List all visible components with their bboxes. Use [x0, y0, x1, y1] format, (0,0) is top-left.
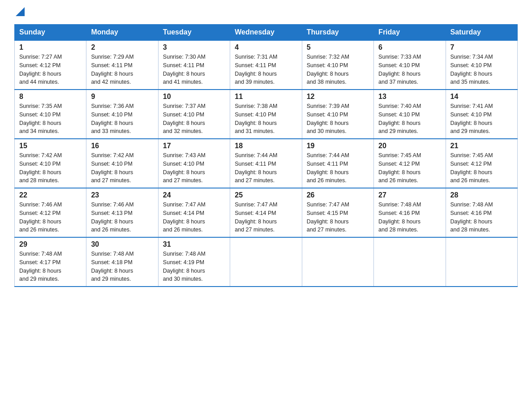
calendar-day-cell: 8Sunrise: 7:35 AMSunset: 4:10 PMDaylight… [15, 90, 86, 139]
logo [14, 11, 25, 16]
day-number: 6 [378, 43, 441, 51]
day-info: Sunrise: 7:36 AMSunset: 4:10 PMDaylight:… [91, 102, 153, 136]
weekday-header-monday: Monday [86, 25, 158, 41]
day-info: Sunrise: 7:48 AMSunset: 4:16 PMDaylight:… [450, 201, 513, 234]
calendar-day-cell [302, 237, 373, 287]
day-info: Sunrise: 7:47 AMSunset: 4:14 PMDaylight:… [235, 201, 297, 234]
day-number: 14 [450, 93, 513, 101]
calendar-day-cell: 29Sunrise: 7:48 AMSunset: 4:17 PMDayligh… [15, 237, 86, 287]
calendar-day-cell: 17Sunrise: 7:43 AMSunset: 4:10 PMDayligh… [158, 139, 230, 188]
calendar-week-row: 15Sunrise: 7:42 AMSunset: 4:10 PMDayligh… [15, 139, 518, 188]
calendar-day-cell: 12Sunrise: 7:39 AMSunset: 4:10 PMDayligh… [302, 90, 373, 139]
day-number: 27 [378, 191, 441, 199]
day-number: 1 [19, 43, 82, 51]
calendar-day-cell: 2Sunrise: 7:29 AMSunset: 4:11 PMDaylight… [86, 40, 158, 90]
calendar-day-cell: 7Sunrise: 7:34 AMSunset: 4:10 PMDaylight… [446, 40, 517, 90]
day-number: 28 [450, 191, 513, 199]
weekday-header-tuesday: Tuesday [158, 25, 230, 41]
calendar-day-cell: 27Sunrise: 7:48 AMSunset: 4:16 PMDayligh… [374, 188, 446, 237]
day-info: Sunrise: 7:35 AMSunset: 4:10 PMDaylight:… [19, 102, 82, 136]
day-number: 11 [235, 93, 297, 101]
day-number: 17 [163, 142, 225, 150]
calendar-day-cell: 13Sunrise: 7:40 AMSunset: 4:10 PMDayligh… [374, 90, 446, 139]
weekday-header-sunday: Sunday [15, 25, 86, 41]
calendar-week-row: 29Sunrise: 7:48 AMSunset: 4:17 PMDayligh… [15, 237, 518, 287]
day-info: Sunrise: 7:43 AMSunset: 4:10 PMDaylight:… [163, 151, 225, 185]
day-info: Sunrise: 7:46 AMSunset: 4:13 PMDaylight:… [91, 201, 153, 234]
calendar-day-cell [230, 237, 302, 287]
page-header [14, 11, 518, 16]
calendar-day-cell: 6Sunrise: 7:33 AMSunset: 4:10 PMDaylight… [374, 40, 446, 90]
day-number: 13 [378, 93, 441, 101]
day-info: Sunrise: 7:30 AMSunset: 4:11 PMDaylight:… [163, 53, 225, 86]
day-number: 30 [91, 240, 153, 248]
calendar-day-cell: 3Sunrise: 7:30 AMSunset: 4:11 PMDaylight… [158, 40, 230, 90]
calendar-day-cell: 30Sunrise: 7:48 AMSunset: 4:18 PMDayligh… [86, 237, 158, 287]
day-number: 12 [307, 93, 369, 101]
calendar-day-cell: 19Sunrise: 7:44 AMSunset: 4:11 PMDayligh… [302, 139, 373, 188]
calendar-day-cell: 24Sunrise: 7:47 AMSunset: 4:14 PMDayligh… [158, 188, 230, 237]
day-info: Sunrise: 7:27 AMSunset: 4:12 PMDaylight:… [19, 53, 82, 86]
calendar-day-cell: 18Sunrise: 7:44 AMSunset: 4:11 PMDayligh… [230, 139, 302, 188]
calendar-day-cell [446, 237, 517, 287]
calendar-table: SundayMondayTuesdayWednesdayThursdayFrid… [14, 24, 518, 287]
day-info: Sunrise: 7:41 AMSunset: 4:10 PMDaylight:… [450, 102, 513, 136]
logo-triangle-icon [16, 7, 25, 16]
weekday-header-row: SundayMondayTuesdayWednesdayThursdayFrid… [15, 25, 518, 41]
day-info: Sunrise: 7:48 AMSunset: 4:16 PMDaylight:… [378, 201, 441, 234]
day-info: Sunrise: 7:45 AMSunset: 4:12 PMDaylight:… [378, 151, 441, 185]
day-info: Sunrise: 7:47 AMSunset: 4:14 PMDaylight:… [163, 201, 225, 234]
day-info: Sunrise: 7:48 AMSunset: 4:19 PMDaylight:… [163, 250, 225, 283]
day-info: Sunrise: 7:42 AMSunset: 4:10 PMDaylight:… [19, 151, 82, 185]
calendar-day-cell: 5Sunrise: 7:32 AMSunset: 4:10 PMDaylight… [302, 40, 373, 90]
day-number: 10 [163, 93, 225, 101]
calendar-day-cell: 25Sunrise: 7:47 AMSunset: 4:14 PMDayligh… [230, 188, 302, 237]
calendar-day-cell: 20Sunrise: 7:45 AMSunset: 4:12 PMDayligh… [374, 139, 446, 188]
day-info: Sunrise: 7:40 AMSunset: 4:10 PMDaylight:… [378, 102, 441, 136]
calendar-day-cell: 14Sunrise: 7:41 AMSunset: 4:10 PMDayligh… [446, 90, 517, 139]
day-number: 4 [235, 43, 297, 51]
day-number: 26 [307, 191, 369, 199]
calendar-day-cell: 28Sunrise: 7:48 AMSunset: 4:16 PMDayligh… [446, 188, 517, 237]
day-info: Sunrise: 7:37 AMSunset: 4:10 PMDaylight:… [163, 102, 225, 136]
day-number: 24 [163, 191, 225, 199]
day-info: Sunrise: 7:38 AMSunset: 4:10 PMDaylight:… [235, 102, 297, 136]
day-info: Sunrise: 7:48 AMSunset: 4:18 PMDaylight:… [91, 250, 153, 283]
day-number: 5 [307, 43, 369, 51]
day-info: Sunrise: 7:33 AMSunset: 4:10 PMDaylight:… [378, 53, 441, 86]
day-info: Sunrise: 7:39 AMSunset: 4:10 PMDaylight:… [307, 102, 369, 136]
weekday-header-friday: Friday [374, 25, 446, 41]
calendar-day-cell: 11Sunrise: 7:38 AMSunset: 4:10 PMDayligh… [230, 90, 302, 139]
calendar-day-cell: 26Sunrise: 7:47 AMSunset: 4:15 PMDayligh… [302, 188, 373, 237]
day-number: 19 [307, 142, 369, 150]
day-number: 20 [378, 142, 441, 150]
day-number: 15 [19, 142, 82, 150]
calendar-week-row: 22Sunrise: 7:46 AMSunset: 4:12 PMDayligh… [15, 188, 518, 237]
day-number: 3 [163, 43, 225, 51]
day-info: Sunrise: 7:46 AMSunset: 4:12 PMDaylight:… [19, 201, 82, 234]
calendar-day-cell: 4Sunrise: 7:31 AMSunset: 4:11 PMDaylight… [230, 40, 302, 90]
day-info: Sunrise: 7:48 AMSunset: 4:17 PMDaylight:… [19, 250, 82, 283]
day-number: 18 [235, 142, 297, 150]
day-info: Sunrise: 7:44 AMSunset: 4:11 PMDaylight:… [307, 151, 369, 185]
weekday-header-wednesday: Wednesday [230, 25, 302, 41]
calendar-day-cell: 9Sunrise: 7:36 AMSunset: 4:10 PMDaylight… [86, 90, 158, 139]
calendar-day-cell: 23Sunrise: 7:46 AMSunset: 4:13 PMDayligh… [86, 188, 158, 237]
day-number: 8 [19, 93, 82, 101]
day-number: 9 [91, 93, 153, 101]
day-info: Sunrise: 7:44 AMSunset: 4:11 PMDaylight:… [235, 151, 297, 185]
day-info: Sunrise: 7:45 AMSunset: 4:12 PMDaylight:… [450, 151, 513, 185]
day-number: 31 [163, 240, 225, 248]
day-number: 22 [19, 191, 82, 199]
day-number: 21 [450, 142, 513, 150]
day-number: 23 [91, 191, 153, 199]
day-number: 25 [235, 191, 297, 199]
day-number: 16 [91, 142, 153, 150]
day-info: Sunrise: 7:29 AMSunset: 4:11 PMDaylight:… [91, 53, 153, 86]
day-info: Sunrise: 7:31 AMSunset: 4:11 PMDaylight:… [235, 53, 297, 86]
calendar-day-cell: 31Sunrise: 7:48 AMSunset: 4:19 PMDayligh… [158, 237, 230, 287]
weekday-header-thursday: Thursday [302, 25, 373, 41]
weekday-header-saturday: Saturday [446, 25, 517, 41]
calendar-day-cell [374, 237, 446, 287]
day-info: Sunrise: 7:47 AMSunset: 4:15 PMDaylight:… [307, 201, 369, 234]
